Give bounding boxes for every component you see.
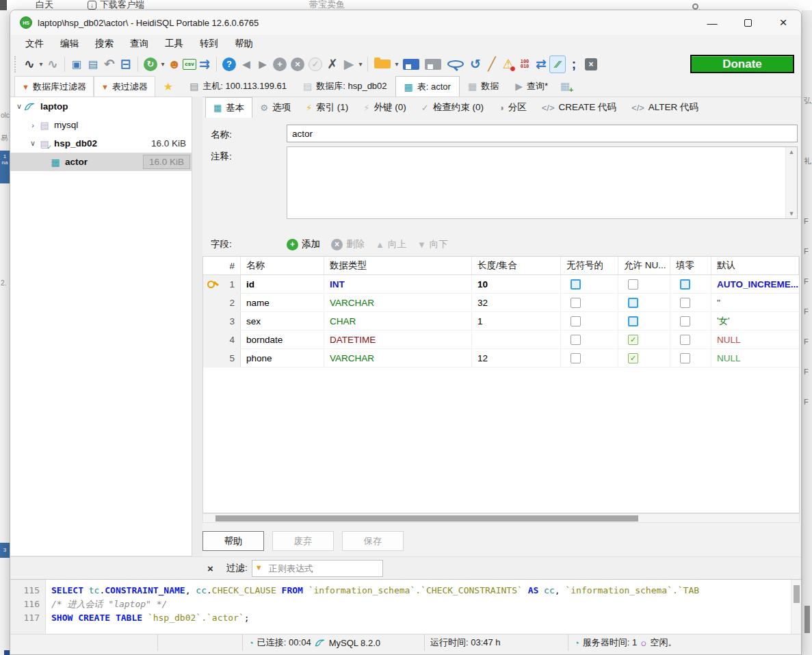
tab-alter-code[interactable]: </>ALTER 代码: [624, 97, 706, 118]
run-icon[interactable]: ▶: [341, 55, 357, 73]
nav-last-icon[interactable]: ▶: [254, 55, 271, 73]
undo-icon[interactable]: ↶: [101, 55, 118, 73]
close-query-icon[interactable]: ×: [585, 58, 597, 70]
export-csv-icon[interactable]: csv: [183, 59, 196, 70]
remove-field-button[interactable]: ×删除: [331, 238, 365, 251]
unsigned-checkbox[interactable]: [571, 316, 581, 326]
field-type[interactable]: VARCHAR: [324, 349, 472, 367]
wrap-lines-icon[interactable]: ⇄: [533, 55, 549, 73]
find-replace-icon[interactable]: ↺: [467, 55, 484, 73]
close-button[interactable]: ×: [765, 10, 801, 35]
menu-edit[interactable]: 编辑: [52, 36, 87, 52]
table-name-input[interactable]: [287, 125, 798, 142]
column-header[interactable]: 允许 NU...: [618, 257, 670, 274]
field-name[interactable]: phone: [241, 349, 324, 367]
tree-node-table[interactable]: ▦ actor 16.0 KiB: [10, 153, 192, 171]
tab-database[interactable]: ▤数据库: hsp_db02: [295, 76, 395, 97]
zerofill-checkbox[interactable]: [680, 316, 690, 326]
tab-query[interactable]: ▶查询*: [507, 76, 556, 97]
stop-icon[interactable]: ✗: [324, 55, 341, 73]
column-header[interactable]: 填零: [670, 257, 711, 274]
refresh-icon[interactable]: ↻: [144, 57, 157, 71]
tab-indexes[interactable]: ⚡索引 (1): [298, 97, 356, 118]
save-button[interactable]: 保存: [342, 531, 404, 551]
data-flow-icon[interactable]: ⇉: [196, 55, 213, 73]
cancel-record-icon[interactable]: ×: [291, 57, 304, 71]
allow-null-checkbox[interactable]: [628, 279, 638, 290]
copy-icon[interactable]: ▣: [68, 55, 85, 73]
field-type[interactable]: CHAR: [324, 312, 472, 330]
binary-icon[interactable]: 100 010: [516, 55, 533, 73]
database-filter-button[interactable]: ▼数据库过滤器: [14, 76, 94, 97]
tree-node-session[interactable]: ∨ laptop: [10, 97, 192, 116]
menu-help[interactable]: 帮助: [226, 36, 261, 52]
field-default[interactable]: NULL: [711, 331, 799, 348]
semicolon-icon[interactable]: ;: [566, 55, 582, 73]
tab-host[interactable]: ▤主机: 100.113.199.61: [181, 76, 295, 97]
allow-null-checkbox[interactable]: [628, 353, 638, 363]
allow-null-checkbox[interactable]: [628, 316, 638, 326]
field-default[interactable]: NULL: [711, 349, 799, 367]
move-up-button[interactable]: ▲向上: [376, 238, 406, 251]
field-row[interactable]: 4 borndate DATETIME NULL: [203, 331, 799, 349]
disconnect-icon[interactable]: ∿: [44, 55, 61, 73]
field-type[interactable]: VARCHAR: [324, 294, 472, 311]
sql-log[interactable]: 115 116 117 SELECT tc.CONSTRAINT_NAME, c…: [10, 579, 801, 634]
tree-node-database[interactable]: ∨ ▤ hsp_db02 16.0 KiB: [10, 134, 192, 153]
move-down-button[interactable]: ▼向下: [417, 238, 448, 251]
user-manager-icon[interactable]: ☻: [166, 55, 183, 73]
scroll-down-icon[interactable]: ▼: [789, 210, 795, 217]
tab-foreign-keys[interactable]: ⚡外键 (0): [356, 97, 413, 118]
expand-arrow-icon[interactable]: ∨: [14, 102, 24, 111]
add-record-icon[interactable]: +: [273, 57, 287, 71]
field-length[interactable]: 12: [472, 349, 561, 367]
tab-table[interactable]: ▦表: actor: [395, 76, 460, 97]
save-as-icon[interactable]: [425, 59, 441, 70]
log-scrollbar[interactable]: [791, 580, 801, 634]
field-row[interactable]: 5 phone VARCHAR 12 NULL: [203, 349, 799, 368]
field-length[interactable]: 32: [472, 294, 561, 311]
scroll-up-icon[interactable]: ▲: [789, 149, 795, 155]
unsigned-checkbox[interactable]: [571, 353, 581, 363]
tree-node-database[interactable]: › ▤ mysql: [10, 116, 192, 134]
help-icon[interactable]: ?: [222, 57, 236, 71]
tab-options[interactable]: ⚙选项: [252, 97, 298, 118]
menu-search[interactable]: 搜索: [87, 36, 122, 52]
zerofill-checkbox[interactable]: [680, 279, 690, 290]
allow-null-checkbox[interactable]: [628, 335, 638, 345]
warnings-icon[interactable]: ⚠: [500, 55, 516, 73]
field-name[interactable]: sex: [241, 312, 324, 330]
maximize-button[interactable]: [730, 10, 765, 35]
favorites-star-icon[interactable]: ★: [155, 76, 181, 97]
syntax-highlight-icon[interactable]: ⁄⁄: [549, 55, 566, 73]
column-header[interactable]: #: [203, 257, 241, 274]
allow-null-checkbox[interactable]: [628, 298, 638, 308]
tab-check-constraints[interactable]: ✓检查约束 (0): [414, 97, 491, 118]
unsigned-checkbox[interactable]: [571, 298, 581, 308]
scrollbar-thumb[interactable]: [215, 515, 638, 522]
zerofill-checkbox[interactable]: [680, 353, 690, 363]
unsigned-checkbox[interactable]: [571, 279, 581, 290]
save-icon[interactable]: [403, 59, 419, 70]
post-record-icon[interactable]: ✓: [309, 57, 322, 71]
reformat-icon[interactable]: ╱: [484, 55, 500, 73]
find-icon[interactable]: [447, 60, 464, 68]
log-code[interactable]: SELECT tc.CONSTRAINT_NAME, cc.CHECK_CLAU…: [51, 580, 790, 634]
field-name[interactable]: name: [241, 294, 324, 311]
field-length[interactable]: 10: [472, 275, 561, 293]
menu-goto[interactable]: 转到: [192, 36, 226, 52]
unsigned-checkbox[interactable]: [571, 335, 581, 345]
field-default[interactable]: AUTO_INCREME...: [711, 275, 799, 293]
field-length[interactable]: [472, 331, 561, 348]
nav-first-icon[interactable]: ◀: [238, 55, 254, 73]
column-header[interactable]: 长度/集合: [472, 257, 561, 274]
field-type[interactable]: DATETIME: [324, 331, 472, 348]
tab-partitions[interactable]: ◑分区: [491, 97, 534, 118]
field-default[interactable]: '女': [711, 312, 799, 330]
table-comment-textarea[interactable]: ▲ ▼: [287, 146, 798, 219]
field-length[interactable]: 1: [472, 312, 561, 330]
add-field-button[interactable]: +添加: [287, 238, 320, 251]
field-name[interactable]: id: [241, 275, 324, 293]
comment-scrollbar[interactable]: ▲ ▼: [785, 147, 797, 218]
paste-icon[interactable]: ▤: [85, 55, 101, 73]
